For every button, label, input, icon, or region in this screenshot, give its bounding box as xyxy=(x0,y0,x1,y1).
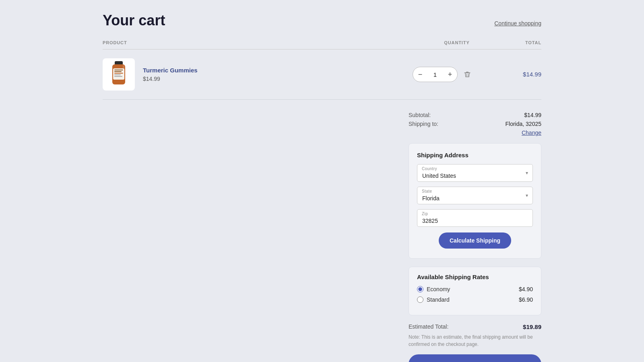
quantity-decrease-button[interactable]: − xyxy=(413,67,427,82)
summary-panel: Subtotal: $14.99 Shipping to: Florida, 3… xyxy=(409,112,541,362)
subtotal-value: $14.99 xyxy=(524,112,541,118)
column-headers: PRODUCT QUANTITY TOTAL xyxy=(103,40,541,49)
change-shipping-link[interactable]: Change xyxy=(409,130,541,136)
product-info: Turmeric Gummies $14.99 xyxy=(143,67,198,82)
state-select[interactable]: Florida xyxy=(417,187,533,204)
subtotal-label: Subtotal: xyxy=(409,112,431,118)
shipping-to-label: Shipping to: xyxy=(409,121,438,127)
rate-economy-name: Economy xyxy=(427,286,450,292)
svg-rect-3 xyxy=(114,70,123,70)
svg-rect-8 xyxy=(123,65,124,77)
checkout-button[interactable]: Check out xyxy=(409,354,541,362)
rate-standard-radio[interactable] xyxy=(417,296,423,303)
shipping-address-title: Shipping Address xyxy=(417,152,533,158)
product-image-box xyxy=(103,58,135,90)
calculate-shipping-button[interactable]: Calculate Shipping xyxy=(439,232,511,249)
cart-item: Turmeric Gummies $14.99 − + $14.99 xyxy=(103,49,541,100)
trash-icon xyxy=(463,70,471,78)
estimated-value: $19.89 xyxy=(523,323,541,330)
zip-input[interactable] xyxy=(417,209,533,227)
shipping-address-box: Shipping Address Country United States ▾… xyxy=(409,143,541,259)
shipping-to-row: Shipping to: Florida, 32025 xyxy=(409,121,541,127)
shipping-rates-title: Available Shipping Rates xyxy=(417,274,533,280)
rate-economy-radio[interactable] xyxy=(417,286,423,292)
country-select[interactable]: United States xyxy=(417,164,533,182)
product-name: Turmeric Gummies xyxy=(143,67,198,74)
quantity-section: − + xyxy=(413,67,501,82)
quantity-input[interactable] xyxy=(427,71,443,78)
estimated-label: Estimated Total: xyxy=(409,323,448,330)
col-product-header: PRODUCT xyxy=(103,40,413,45)
continue-shopping-link[interactable]: Continue shopping xyxy=(494,20,541,27)
svg-rect-7 xyxy=(114,76,122,77)
svg-rect-6 xyxy=(114,74,121,75)
quantity-increase-button[interactable]: + xyxy=(443,67,457,82)
rate-economy-price: $4.90 xyxy=(519,286,533,292)
total-section: $14.99 xyxy=(501,71,541,78)
svg-rect-4 xyxy=(114,71,122,72)
product-price: $14.99 xyxy=(143,76,198,82)
rate-economy-label[interactable]: Economy xyxy=(417,286,450,292)
col-quantity-header: QUANTITY xyxy=(413,40,501,45)
rate-standard-label[interactable]: Standard xyxy=(417,296,450,303)
delete-item-button[interactable] xyxy=(463,70,471,78)
country-field: Country United States ▾ xyxy=(417,164,533,182)
page-wrapper: Your cart Continue shopping PRODUCT QUAN… xyxy=(103,0,541,362)
item-total: $14.99 xyxy=(523,71,541,78)
state-field: State Florida ▾ xyxy=(417,187,533,204)
zip-field: Zip xyxy=(417,209,533,227)
subtotal-row: Subtotal: $14.99 xyxy=(409,112,541,118)
rate-economy-row: Economy $4.90 xyxy=(417,286,533,292)
summary-area: Subtotal: $14.99 Shipping to: Florida, 3… xyxy=(103,112,541,362)
col-total-header: TOTAL xyxy=(501,40,541,45)
rate-standard-row: Standard $6.90 xyxy=(417,296,533,303)
rate-standard-name: Standard xyxy=(427,296,450,303)
rate-standard-price: $6.90 xyxy=(519,296,533,303)
estimated-row: Estimated Total: $19.89 xyxy=(409,323,541,330)
shipping-to-value: Florida, 32025 xyxy=(505,121,541,127)
svg-rect-5 xyxy=(114,73,123,74)
shipping-rates-box: Available Shipping Rates Economy $4.90 S… xyxy=(409,267,541,315)
product-section: Turmeric Gummies $14.99 xyxy=(103,58,413,90)
estimated-total-section: Estimated Total: $19.89 Note: This is an… xyxy=(409,323,541,348)
product-image xyxy=(107,60,131,88)
cart-header: Your cart Continue shopping xyxy=(103,12,541,29)
quantity-control: − + xyxy=(413,67,458,82)
page-title: Your cart xyxy=(103,12,165,29)
estimate-note: Note: This is an estimate, the final shi… xyxy=(409,333,541,348)
